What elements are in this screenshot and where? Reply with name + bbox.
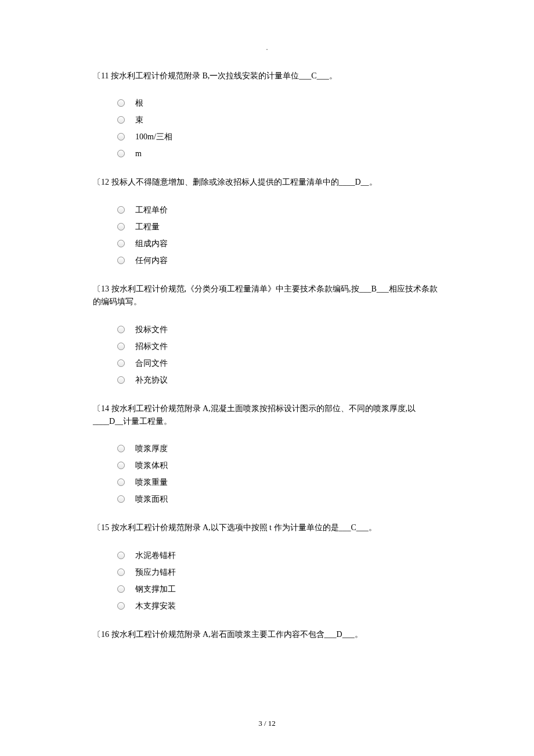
question-text: 〔16 按水利工程计价规范附录 A,岩石面喷浆主要工作内容不包含___D___。	[93, 628, 441, 641]
question-text: 〔13 按水利工程计价规范,《分类分项工程量清单》中主要技术条款编码,按___B…	[93, 283, 441, 309]
radio-icon[interactable]	[117, 585, 125, 593]
option-row: 束	[117, 114, 441, 126]
radio-icon[interactable]	[117, 568, 125, 576]
option-row: 100m/三相	[117, 131, 441, 143]
option-label: 喷浆面积	[135, 493, 168, 505]
option-row: 喷浆面积	[117, 493, 441, 505]
option-label: 组成内容	[135, 237, 168, 250]
radio-icon[interactable]	[117, 326, 125, 333]
radio-icon[interactable]	[117, 495, 125, 503]
options-list: 喷浆厚度 喷浆体积 喷浆重量 喷浆面积	[93, 442, 441, 505]
question-15: 〔15 按水利工程计价规范附录 A,以下选项中按照 t 作为计量单位的是___C…	[93, 521, 441, 611]
option-row: 喷浆体积	[117, 459, 441, 471]
option-label: 喷浆体积	[135, 459, 168, 471]
option-row: 水泥卷锚杆	[117, 549, 441, 561]
radio-icon[interactable]	[117, 359, 125, 367]
option-label: 投标文件	[135, 323, 168, 336]
question-11: 〔11 按水利工程计价规范附录 B,一次拉线安装的计量单位___C___。 根 …	[93, 70, 441, 160]
question-text: 〔11 按水利工程计价规范附录 B,一次拉线安装的计量单位___C___。	[93, 70, 441, 82]
options-list: 水泥卷锚杆 预应力锚杆 钢支撑加工 木支撑安装	[93, 549, 441, 612]
page-content: . 〔11 按水利工程计价规范附录 B,一次拉线安装的计量单位___C___。 …	[0, 0, 534, 679]
question-16: 〔16 按水利工程计价规范附录 A,岩石面喷浆主要工作内容不包含___D___。	[93, 628, 441, 641]
option-row: 木支撑安装	[117, 600, 441, 612]
option-row: 喷浆厚度	[117, 442, 441, 455]
radio-icon[interactable]	[117, 552, 125, 559]
option-label: 钢支撑加工	[135, 583, 176, 595]
option-label: 100m/三相	[135, 131, 172, 143]
option-row: 工程量	[117, 221, 441, 233]
option-label: 木支撑安装	[135, 600, 176, 612]
option-row: 任何内容	[117, 254, 441, 267]
radio-icon[interactable]	[117, 223, 125, 231]
question-13: 〔13 按水利工程计价规范,《分类分项工程量清单》中主要技术条款编码,按___B…	[93, 283, 441, 386]
option-row: 喷浆重量	[117, 476, 441, 488]
radio-icon[interactable]	[117, 206, 125, 214]
page-footer: 3 / 12	[0, 719, 534, 728]
radio-icon[interactable]	[117, 133, 125, 141]
option-row: 根	[117, 97, 441, 109]
option-row: 合同文件	[117, 357, 441, 369]
option-row: m	[117, 147, 441, 160]
options-list: 根 束 100m/三相 m	[93, 97, 441, 160]
radio-icon[interactable]	[117, 445, 125, 452]
header-dot: .	[93, 44, 441, 52]
option-row: 招标文件	[117, 340, 441, 352]
radio-icon[interactable]	[117, 462, 125, 469]
question-text: 〔15 按水利工程计价规范附录 A,以下选项中按照 t 作为计量单位的是___C…	[93, 521, 441, 534]
question-text: 〔14 按水利工程计价规范附录 A,混凝土面喷浆按招标设计图示的部位、不同的喷浆…	[93, 402, 441, 429]
question-text: 〔12 投标人不得随意增加、删除或涂改招标人提供的工程量清单中的____D__。	[93, 176, 441, 189]
option-row: 钢支撑加工	[117, 583, 441, 595]
question-12: 〔12 投标人不得随意增加、删除或涂改招标人提供的工程量清单中的____D__。…	[93, 176, 441, 266]
radio-icon[interactable]	[117, 478, 125, 486]
radio-icon[interactable]	[117, 116, 125, 124]
option-label: 招标文件	[135, 340, 168, 352]
option-label: m	[135, 147, 142, 160]
radio-icon[interactable]	[117, 602, 125, 610]
radio-icon[interactable]	[117, 99, 125, 107]
option-row: 组成内容	[117, 237, 441, 250]
options-list: 工程单价 工程量 组成内容 任何内容	[93, 204, 441, 267]
radio-icon[interactable]	[117, 240, 125, 247]
option-label: 根	[135, 97, 143, 109]
option-row: 补充协议	[117, 374, 441, 386]
radio-icon[interactable]	[117, 257, 125, 264]
radio-icon[interactable]	[117, 150, 125, 157]
option-row: 投标文件	[117, 323, 441, 336]
question-14: 〔14 按水利工程计价规范附录 A,混凝土面喷浆按招标设计图示的部位、不同的喷浆…	[93, 402, 441, 506]
option-label: 工程量	[135, 221, 160, 233]
option-label: 工程单价	[135, 204, 168, 216]
radio-icon[interactable]	[117, 376, 125, 384]
options-list: 投标文件 招标文件 合同文件 补充协议	[93, 323, 441, 386]
option-row: 预应力锚杆	[117, 566, 441, 578]
option-label: 束	[135, 114, 143, 126]
option-label: 补充协议	[135, 374, 168, 386]
option-label: 水泥卷锚杆	[135, 549, 176, 561]
option-label: 预应力锚杆	[135, 566, 176, 578]
radio-icon[interactable]	[117, 343, 125, 350]
option-label: 任何内容	[135, 254, 168, 267]
option-label: 喷浆重量	[135, 476, 168, 488]
option-label: 喷浆厚度	[135, 442, 168, 455]
option-label: 合同文件	[135, 357, 168, 369]
option-row: 工程单价	[117, 204, 441, 216]
